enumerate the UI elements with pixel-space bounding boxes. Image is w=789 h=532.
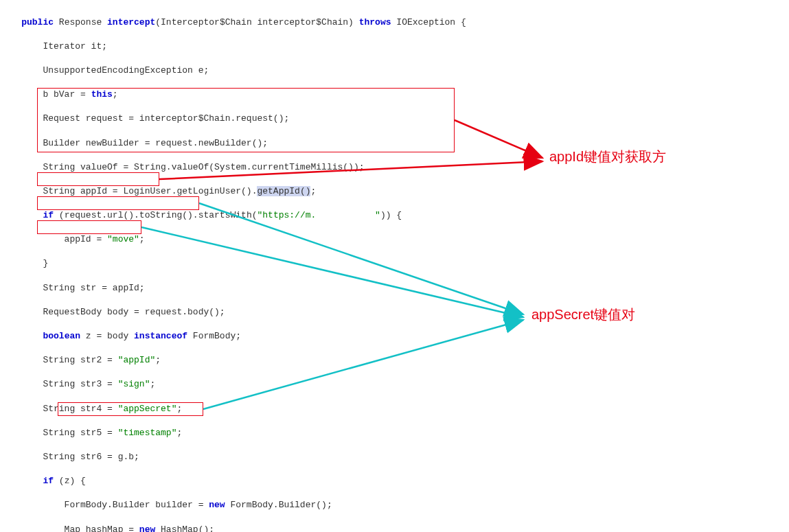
code-line: String valueOf = String.valueOf(System.c… xyxy=(0,161,789,174)
code-line: Request request = interceptor$Chain.requ… xyxy=(0,113,789,125)
code-line: String str3 = "sign"; xyxy=(0,378,789,391)
code-line: String str2 = "appId"; xyxy=(0,354,789,367)
annotation-appsecret-label: appSecret键值对 xyxy=(531,309,635,321)
code-line: String str5 = "timestamp"; xyxy=(0,427,789,439)
code-line: FormBody.Builder builder = new FormBody.… xyxy=(0,499,789,511)
code-line: String str6 = g.b; xyxy=(0,451,789,463)
code-block: public Response intercept(Interceptor$Ch… xyxy=(0,0,789,532)
code-line: Iterator it; xyxy=(0,41,789,53)
code-line: public Response intercept(Interceptor$Ch… xyxy=(0,16,789,29)
code-line: Map hashMap = new HashMap(); xyxy=(0,524,789,532)
code-line: appId = "move"; xyxy=(0,233,789,246)
code-line: if (z) { xyxy=(0,475,789,487)
annotation-appid-label: appId键值对获取方 xyxy=(549,151,666,163)
code-line: String str = appId; xyxy=(0,282,789,294)
code-line: Builder newBuilder = request.newBuilder(… xyxy=(0,137,789,150)
code-line: RequestBody body = request.body(); xyxy=(0,306,789,319)
code-line: String str4 = "appSecret"; xyxy=(0,403,789,415)
code-line: b bVar = this; xyxy=(0,89,789,101)
code-line: boolean z = body instanceof FormBody; xyxy=(0,330,789,343)
code-line: if (request.url().toString().startsWith(… xyxy=(0,209,789,222)
code-line: } xyxy=(0,257,789,270)
code-line: UnsupportedEncodingException e; xyxy=(0,65,789,77)
code-line: String appId = LoginUser.getLoginUser().… xyxy=(0,185,789,198)
